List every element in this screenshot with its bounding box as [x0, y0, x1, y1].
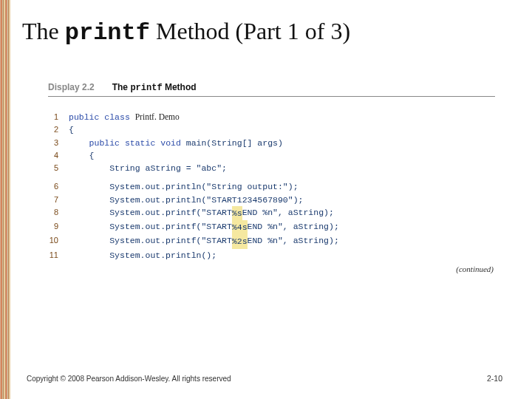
code-listing: 1public class Printf. Demo 2{ 3 public s… [48, 111, 339, 262]
title-mono: printf [65, 19, 150, 47]
copyright-text: Copyright © 2008 Pearson Addison-Wesley.… [27, 375, 231, 383]
code-line: 10 System.out.printf("START%2sEND %n", a… [48, 234, 339, 248]
continued-label: (continued) [456, 265, 494, 273]
highlight-format: %2s [232, 234, 248, 248]
title-pre: The [22, 18, 65, 44]
code-line: 5 String aString = "abc"; [48, 162, 339, 174]
code-line: 8 System.out.printf("START%sEND %n", aSt… [48, 206, 339, 220]
display-header: Display 2.2 The printf Method [48, 80, 495, 97]
code-line: 11 System.out.println(); [48, 249, 339, 262]
display-title: The printf Method [112, 82, 197, 92]
code-line: 4 { [48, 149, 339, 162]
code-line: 9 System.out.printf("START%4sEND %n", aS… [48, 220, 339, 234]
code-line: 2{ [48, 123, 339, 136]
decorative-left-stripe [0, 0, 10, 399]
code-line: 6 System.out.println("String output:"); [48, 180, 339, 193]
highlight-format: %4s [232, 220, 248, 234]
display-label: Display 2.2 [48, 82, 95, 92]
slide-title: The printf Method (Part 1 of 3) [22, 18, 350, 47]
page-number: 2-10 [487, 374, 502, 383]
code-line: 3 public static void main(String[] args) [48, 137, 339, 149]
code-line: 7 System.out.println("START1234567890"); [48, 194, 339, 206]
highlight-format: %s [232, 206, 242, 220]
title-post: Method (Part 1 of 3) [150, 18, 350, 44]
code-gap [48, 174, 339, 180]
code-line: 1public class Printf. Demo [48, 111, 339, 123]
